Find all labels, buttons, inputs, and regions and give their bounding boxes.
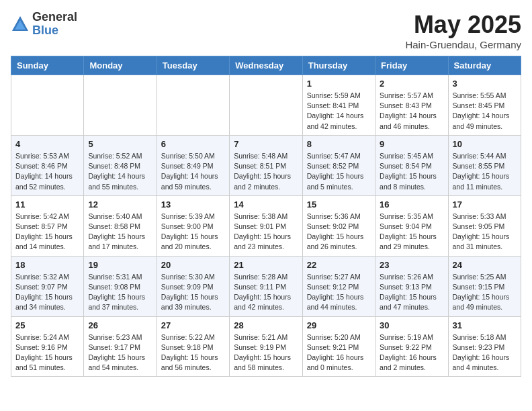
calendar-cell: 31Sunrise: 5:18 AM Sunset: 9:23 PM Dayli…: [448, 316, 521, 377]
location: Hain-Gruendau, Germany: [405, 39, 521, 50]
calendar-cell: 24Sunrise: 5:25 AM Sunset: 9:15 PM Dayli…: [448, 256, 521, 316]
day-info: Sunrise: 5:28 AM Sunset: 9:11 PM Dayligh…: [234, 272, 298, 313]
logo: General Blue: [11, 11, 77, 38]
calendar-cell: 1Sunrise: 5:59 AM Sunset: 8:41 PM Daylig…: [302, 75, 375, 136]
calendar-cell: 21Sunrise: 5:28 AM Sunset: 9:11 PM Dayli…: [230, 256, 302, 316]
day-number: 23: [380, 260, 443, 270]
calendar-cell: 26Sunrise: 5:23 AM Sunset: 9:17 PM Dayli…: [84, 316, 157, 377]
calendar-cell: 7Sunrise: 5:48 AM Sunset: 8:51 PM Daylig…: [230, 135, 302, 195]
day-info: Sunrise: 5:24 AM Sunset: 9:16 PM Dayligh…: [15, 332, 79, 373]
calendar-week-row: 1Sunrise: 5:59 AM Sunset: 8:41 PM Daylig…: [11, 75, 521, 136]
day-info: Sunrise: 5:40 AM Sunset: 8:58 PM Dayligh…: [88, 212, 152, 253]
weekday-header-row: SundayMondayTuesdayWednesdayThursdayFrid…: [11, 56, 521, 75]
calendar-cell: 13Sunrise: 5:39 AM Sunset: 9:00 PM Dayli…: [157, 195, 229, 256]
day-number: 1: [307, 79, 371, 89]
calendar-cell: 16Sunrise: 5:35 AM Sunset: 9:04 PM Dayli…: [375, 195, 448, 256]
day-number: 19: [88, 260, 152, 270]
day-info: Sunrise: 5:23 AM Sunset: 9:17 PM Dayligh…: [88, 332, 152, 373]
day-info: Sunrise: 5:18 AM Sunset: 9:23 PM Dayligh…: [453, 332, 517, 373]
title-block: May 2025 Hain-Gruendau, Germany: [405, 11, 521, 50]
logo-icon: [11, 15, 30, 34]
weekday-header-monday: Monday: [84, 56, 157, 75]
calendar-cell: 23Sunrise: 5:26 AM Sunset: 9:13 PM Dayli…: [375, 256, 448, 316]
calendar-cell: 14Sunrise: 5:38 AM Sunset: 9:01 PM Dayli…: [230, 195, 302, 256]
calendar-week-row: 11Sunrise: 5:42 AM Sunset: 8:57 PM Dayli…: [11, 195, 521, 256]
calendar-cell: 30Sunrise: 5:19 AM Sunset: 9:22 PM Dayli…: [375, 316, 448, 377]
calendar-cell: 15Sunrise: 5:36 AM Sunset: 9:02 PM Dayli…: [302, 195, 375, 256]
calendar-cell: [84, 75, 157, 136]
day-info: Sunrise: 5:50 AM Sunset: 8:49 PM Dayligh…: [161, 151, 225, 192]
day-number: 26: [88, 320, 152, 330]
weekday-header-wednesday: Wednesday: [230, 56, 302, 75]
weekday-header-saturday: Saturday: [448, 56, 521, 75]
day-number: 12: [88, 199, 152, 210]
day-info: Sunrise: 5:57 AM Sunset: 8:43 PM Dayligh…: [380, 91, 443, 132]
calendar-week-row: 4Sunrise: 5:53 AM Sunset: 8:46 PM Daylig…: [11, 135, 521, 195]
day-number: 15: [307, 199, 371, 210]
calendar-week-row: 18Sunrise: 5:32 AM Sunset: 9:07 PM Dayli…: [11, 256, 521, 316]
logo-text: General Blue: [32, 11, 77, 38]
day-number: 22: [307, 260, 371, 270]
day-info: Sunrise: 5:36 AM Sunset: 9:02 PM Dayligh…: [307, 212, 371, 253]
day-number: 11: [15, 199, 79, 210]
day-number: 9: [380, 139, 443, 149]
day-number: 7: [234, 139, 298, 149]
calendar-cell: [11, 75, 84, 136]
page-header: General Blue May 2025 Hain-Gruendau, Ger…: [11, 11, 521, 50]
month-title: May 2025: [405, 11, 521, 39]
day-number: 31: [453, 320, 517, 330]
day-number: 6: [161, 139, 225, 149]
calendar-cell: 19Sunrise: 5:31 AM Sunset: 9:08 PM Dayli…: [84, 256, 157, 316]
day-number: 30: [380, 320, 443, 330]
calendar-cell: 17Sunrise: 5:33 AM Sunset: 9:05 PM Dayli…: [448, 195, 521, 256]
day-info: Sunrise: 5:31 AM Sunset: 9:08 PM Dayligh…: [88, 272, 152, 313]
day-info: Sunrise: 5:30 AM Sunset: 9:09 PM Dayligh…: [161, 272, 225, 313]
day-number: 24: [453, 260, 517, 270]
calendar-cell: 27Sunrise: 5:22 AM Sunset: 9:18 PM Dayli…: [157, 316, 229, 377]
weekday-header-friday: Friday: [375, 56, 448, 75]
calendar-cell: [230, 75, 302, 136]
day-info: Sunrise: 5:26 AM Sunset: 9:13 PM Dayligh…: [380, 272, 443, 313]
calendar-cell: 28Sunrise: 5:21 AM Sunset: 9:19 PM Dayli…: [230, 316, 302, 377]
calendar-cell: [157, 75, 229, 136]
day-number: 2: [380, 79, 443, 89]
day-info: Sunrise: 5:44 AM Sunset: 8:55 PM Dayligh…: [453, 151, 517, 192]
day-info: Sunrise: 5:33 AM Sunset: 9:05 PM Dayligh…: [453, 212, 517, 253]
day-number: 10: [453, 139, 517, 149]
day-info: Sunrise: 5:53 AM Sunset: 8:46 PM Dayligh…: [15, 151, 79, 192]
day-info: Sunrise: 5:19 AM Sunset: 9:22 PM Dayligh…: [380, 332, 443, 373]
day-info: Sunrise: 5:32 AM Sunset: 9:07 PM Dayligh…: [15, 272, 79, 313]
calendar-table: SundayMondayTuesdayWednesdayThursdayFrid…: [11, 56, 521, 377]
calendar-cell: 29Sunrise: 5:20 AM Sunset: 9:21 PM Dayli…: [302, 316, 375, 377]
day-info: Sunrise: 5:20 AM Sunset: 9:21 PM Dayligh…: [307, 332, 371, 373]
calendar-cell: 8Sunrise: 5:47 AM Sunset: 8:52 PM Daylig…: [302, 135, 375, 195]
calendar-cell: 10Sunrise: 5:44 AM Sunset: 8:55 PM Dayli…: [448, 135, 521, 195]
day-info: Sunrise: 5:21 AM Sunset: 9:19 PM Dayligh…: [234, 332, 298, 373]
day-number: 13: [161, 199, 225, 210]
day-number: 5: [88, 139, 152, 149]
day-number: 16: [380, 199, 443, 210]
day-number: 17: [453, 199, 517, 210]
calendar-cell: 22Sunrise: 5:27 AM Sunset: 9:12 PM Dayli…: [302, 256, 375, 316]
day-info: Sunrise: 5:45 AM Sunset: 8:54 PM Dayligh…: [380, 151, 443, 192]
calendar-week-row: 25Sunrise: 5:24 AM Sunset: 9:16 PM Dayli…: [11, 316, 521, 377]
calendar-cell: 3Sunrise: 5:55 AM Sunset: 8:45 PM Daylig…: [448, 75, 521, 136]
day-info: Sunrise: 5:59 AM Sunset: 8:41 PM Dayligh…: [307, 91, 371, 132]
calendar-cell: 4Sunrise: 5:53 AM Sunset: 8:46 PM Daylig…: [11, 135, 84, 195]
day-number: 25: [15, 320, 79, 330]
day-number: 4: [15, 139, 79, 149]
calendar-cell: 25Sunrise: 5:24 AM Sunset: 9:16 PM Dayli…: [11, 316, 84, 377]
calendar-cell: 20Sunrise: 5:30 AM Sunset: 9:09 PM Dayli…: [157, 256, 229, 316]
day-number: 18: [15, 260, 79, 270]
calendar-cell: 18Sunrise: 5:32 AM Sunset: 9:07 PM Dayli…: [11, 256, 84, 316]
day-number: 29: [307, 320, 371, 330]
day-number: 21: [234, 260, 298, 270]
day-info: Sunrise: 5:25 AM Sunset: 9:15 PM Dayligh…: [453, 272, 517, 313]
calendar-cell: 12Sunrise: 5:40 AM Sunset: 8:58 PM Dayli…: [84, 195, 157, 256]
day-info: Sunrise: 5:39 AM Sunset: 9:00 PM Dayligh…: [161, 212, 225, 253]
day-number: 3: [453, 79, 517, 89]
calendar-cell: 11Sunrise: 5:42 AM Sunset: 8:57 PM Dayli…: [11, 195, 84, 256]
calendar-cell: 9Sunrise: 5:45 AM Sunset: 8:54 PM Daylig…: [375, 135, 448, 195]
logo-general: General: [32, 11, 77, 24]
day-info: Sunrise: 5:52 AM Sunset: 8:48 PM Dayligh…: [88, 151, 152, 192]
